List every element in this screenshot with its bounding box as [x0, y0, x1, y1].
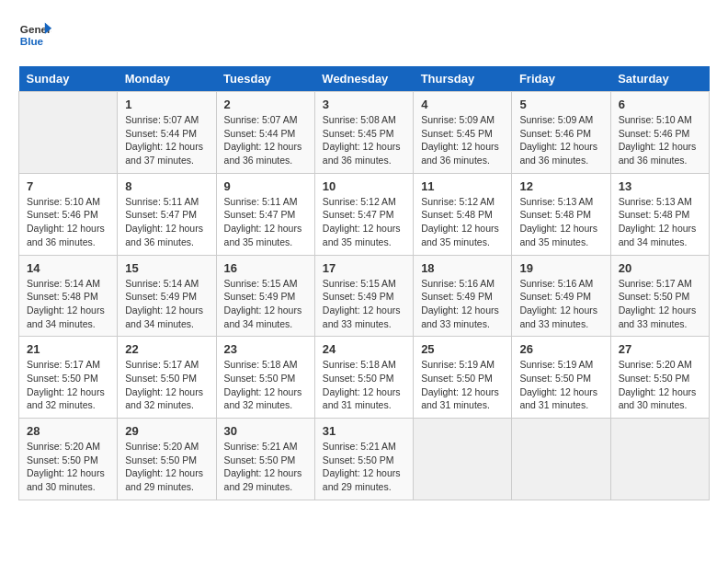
- day-info: Sunrise: 5:13 AM Sunset: 5:48 PM Dayligh…: [519, 195, 602, 249]
- calendar-cell: 17Sunrise: 5:15 AM Sunset: 5:49 PM Dayli…: [314, 255, 413, 337]
- calendar-cell: 16Sunrise: 5:15 AM Sunset: 5:49 PM Dayli…: [216, 255, 314, 337]
- day-info: Sunrise: 5:10 AM Sunset: 5:46 PM Dayligh…: [619, 113, 701, 167]
- day-number: 28: [27, 424, 109, 438]
- day-info: Sunrise: 5:18 AM Sunset: 5:50 PM Dayligh…: [224, 358, 307, 412]
- calendar-header-row: SundayMondayTuesdayWednesdayThursdayFrid…: [19, 66, 710, 92]
- day-number: 21: [27, 342, 109, 356]
- calendar-cell: [610, 419, 709, 500]
- logo-icon: General Blue: [18, 18, 51, 52]
- calendar-cell: 22Sunrise: 5:17 AM Sunset: 5:50 PM Dayli…: [118, 337, 216, 419]
- calendar-cell: 3Sunrise: 5:08 AM Sunset: 5:45 PM Daylig…: [314, 92, 413, 174]
- calendar-cell: 18Sunrise: 5:16 AM Sunset: 5:49 PM Dayli…: [414, 255, 512, 337]
- calendar-day-header: Wednesday: [314, 66, 413, 92]
- calendar-cell: 24Sunrise: 5:18 AM Sunset: 5:50 PM Dayli…: [314, 337, 413, 419]
- day-info: Sunrise: 5:19 AM Sunset: 5:50 PM Dayligh…: [519, 358, 602, 412]
- calendar-cell: [512, 419, 610, 500]
- day-number: 17: [323, 261, 405, 275]
- calendar-cell: 27Sunrise: 5:20 AM Sunset: 5:50 PM Dayli…: [610, 337, 709, 419]
- day-number: 7: [27, 179, 109, 193]
- day-info: Sunrise: 5:21 AM Sunset: 5:50 PM Dayligh…: [323, 440, 405, 494]
- day-info: Sunrise: 5:07 AM Sunset: 5:44 PM Dayligh…: [125, 113, 208, 167]
- day-number: 4: [421, 98, 504, 111]
- day-info: Sunrise: 5:18 AM Sunset: 5:50 PM Dayligh…: [323, 358, 405, 412]
- calendar-cell: 13Sunrise: 5:13 AM Sunset: 5:48 PM Dayli…: [610, 173, 709, 255]
- day-info: Sunrise: 5:14 AM Sunset: 5:48 PM Dayligh…: [27, 277, 109, 331]
- calendar-week-row: 7Sunrise: 5:10 AM Sunset: 5:46 PM Daylig…: [19, 173, 710, 255]
- calendar-cell: [414, 419, 512, 500]
- calendar-week-row: 14Sunrise: 5:14 AM Sunset: 5:48 PM Dayli…: [19, 255, 710, 337]
- day-number: 2: [224, 98, 307, 111]
- day-number: 24: [323, 342, 405, 356]
- day-number: 26: [519, 342, 602, 356]
- calendar-cell: 2Sunrise: 5:07 AM Sunset: 5:44 PM Daylig…: [216, 92, 314, 174]
- day-info: Sunrise: 5:09 AM Sunset: 5:46 PM Dayligh…: [519, 113, 602, 167]
- day-number: 15: [125, 261, 208, 275]
- day-info: Sunrise: 5:11 AM Sunset: 5:47 PM Dayligh…: [224, 195, 307, 249]
- day-number: 14: [27, 261, 109, 275]
- day-number: 23: [224, 342, 307, 356]
- calendar-cell: 29Sunrise: 5:20 AM Sunset: 5:50 PM Dayli…: [118, 419, 216, 500]
- calendar-day-header: Monday: [118, 66, 216, 92]
- calendar-cell: 5Sunrise: 5:09 AM Sunset: 5:46 PM Daylig…: [512, 92, 610, 174]
- calendar-cell: 8Sunrise: 5:11 AM Sunset: 5:47 PM Daylig…: [118, 173, 216, 255]
- day-number: 31: [323, 424, 405, 438]
- day-info: Sunrise: 5:12 AM Sunset: 5:47 PM Dayligh…: [323, 195, 405, 249]
- calendar-cell: 7Sunrise: 5:10 AM Sunset: 5:46 PM Daylig…: [19, 173, 118, 255]
- day-info: Sunrise: 5:21 AM Sunset: 5:50 PM Dayligh…: [224, 440, 307, 494]
- calendar-cell: 20Sunrise: 5:17 AM Sunset: 5:50 PM Dayli…: [610, 255, 709, 337]
- day-number: 18: [421, 261, 504, 275]
- day-number: 25: [421, 342, 504, 356]
- calendar-day-header: Sunday: [19, 66, 118, 92]
- day-info: Sunrise: 5:09 AM Sunset: 5:45 PM Dayligh…: [421, 113, 504, 167]
- day-info: Sunrise: 5:16 AM Sunset: 5:49 PM Dayligh…: [519, 277, 602, 331]
- calendar-table: SundayMondayTuesdayWednesdayThursdayFrid…: [18, 66, 710, 500]
- calendar-day-header: Tuesday: [216, 66, 314, 92]
- day-info: Sunrise: 5:12 AM Sunset: 5:48 PM Dayligh…: [421, 195, 504, 249]
- day-number: 1: [125, 98, 208, 111]
- calendar-cell: 14Sunrise: 5:14 AM Sunset: 5:48 PM Dayli…: [19, 255, 118, 337]
- calendar-cell: 21Sunrise: 5:17 AM Sunset: 5:50 PM Dayli…: [19, 337, 118, 419]
- calendar-day-header: Saturday: [610, 66, 709, 92]
- day-number: 16: [224, 261, 307, 275]
- calendar-week-row: 21Sunrise: 5:17 AM Sunset: 5:50 PM Dayli…: [19, 337, 710, 419]
- calendar-cell: 23Sunrise: 5:18 AM Sunset: 5:50 PM Dayli…: [216, 337, 314, 419]
- logo: General Blue: [18, 18, 51, 52]
- calendar-week-row: 28Sunrise: 5:20 AM Sunset: 5:50 PM Dayli…: [19, 419, 710, 500]
- day-info: Sunrise: 5:15 AM Sunset: 5:49 PM Dayligh…: [323, 277, 405, 331]
- day-info: Sunrise: 5:17 AM Sunset: 5:50 PM Dayligh…: [27, 358, 109, 412]
- calendar-day-header: Thursday: [414, 66, 512, 92]
- calendar-cell: 25Sunrise: 5:19 AM Sunset: 5:50 PM Dayli…: [414, 337, 512, 419]
- calendar-cell: 1Sunrise: 5:07 AM Sunset: 5:44 PM Daylig…: [118, 92, 216, 174]
- day-number: 3: [323, 98, 405, 111]
- day-info: Sunrise: 5:08 AM Sunset: 5:45 PM Dayligh…: [323, 113, 405, 167]
- day-info: Sunrise: 5:20 AM Sunset: 5:50 PM Dayligh…: [125, 440, 208, 494]
- day-info: Sunrise: 5:20 AM Sunset: 5:50 PM Dayligh…: [619, 358, 701, 412]
- day-number: 13: [619, 179, 701, 193]
- day-info: Sunrise: 5:17 AM Sunset: 5:50 PM Dayligh…: [619, 277, 701, 331]
- day-number: 29: [125, 424, 208, 438]
- calendar-cell: 15Sunrise: 5:14 AM Sunset: 5:49 PM Dayli…: [118, 255, 216, 337]
- calendar-cell: 31Sunrise: 5:21 AM Sunset: 5:50 PM Dayli…: [314, 419, 413, 500]
- day-number: 12: [519, 179, 602, 193]
- day-info: Sunrise: 5:20 AM Sunset: 5:50 PM Dayligh…: [27, 440, 109, 494]
- day-number: 10: [323, 179, 405, 193]
- day-number: 5: [519, 98, 602, 111]
- day-number: 8: [125, 179, 208, 193]
- day-info: Sunrise: 5:17 AM Sunset: 5:50 PM Dayligh…: [125, 358, 208, 412]
- calendar-cell: 12Sunrise: 5:13 AM Sunset: 5:48 PM Dayli…: [512, 173, 610, 255]
- calendar-cell: 28Sunrise: 5:20 AM Sunset: 5:50 PM Dayli…: [19, 419, 118, 500]
- day-number: 19: [519, 261, 602, 275]
- day-info: Sunrise: 5:07 AM Sunset: 5:44 PM Dayligh…: [224, 113, 307, 167]
- day-info: Sunrise: 5:19 AM Sunset: 5:50 PM Dayligh…: [421, 358, 504, 412]
- calendar-cell: 26Sunrise: 5:19 AM Sunset: 5:50 PM Dayli…: [512, 337, 610, 419]
- day-info: Sunrise: 5:16 AM Sunset: 5:49 PM Dayligh…: [421, 277, 504, 331]
- calendar-day-header: Friday: [512, 66, 610, 92]
- calendar-cell: 10Sunrise: 5:12 AM Sunset: 5:47 PM Dayli…: [314, 173, 413, 255]
- calendar-cell: 4Sunrise: 5:09 AM Sunset: 5:45 PM Daylig…: [414, 92, 512, 174]
- svg-text:Blue: Blue: [20, 35, 44, 47]
- day-info: Sunrise: 5:11 AM Sunset: 5:47 PM Dayligh…: [125, 195, 208, 249]
- day-number: 6: [619, 98, 701, 111]
- calendar-cell: 30Sunrise: 5:21 AM Sunset: 5:50 PM Dayli…: [216, 419, 314, 500]
- calendar-cell: 11Sunrise: 5:12 AM Sunset: 5:48 PM Dayli…: [414, 173, 512, 255]
- day-number: 9: [224, 179, 307, 193]
